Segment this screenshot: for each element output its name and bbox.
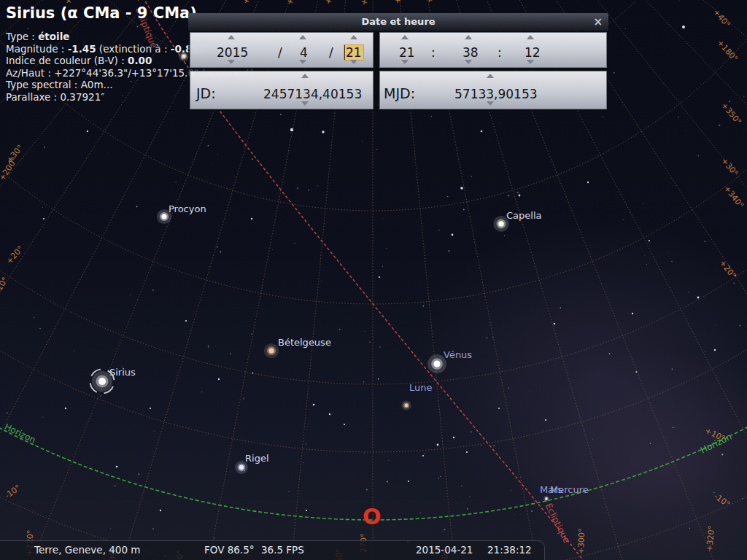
spin-up-second-button[interactable] [527, 35, 534, 39]
object-capella[interactable] [493, 216, 508, 231]
star [321, 281, 322, 282]
star[interactable] [322, 131, 324, 133]
star[interactable] [329, 413, 330, 415]
star[interactable] [437, 444, 439, 446]
star [208, 145, 209, 147]
star [697, 155, 699, 157]
star[interactable] [682, 26, 685, 28]
star[interactable] [150, 408, 151, 409]
star[interactable] [43, 218, 44, 219]
star [214, 538, 214, 539]
object-betelgeuse[interactable] [264, 343, 279, 358]
star [243, 398, 244, 400]
star [108, 152, 109, 153]
star [363, 381, 364, 382]
star[interactable] [344, 424, 345, 425]
star[interactable] [160, 510, 161, 511]
star[interactable] [453, 437, 454, 438]
close-icon[interactable]: × [593, 15, 603, 28]
date-separator: / [329, 45, 333, 60]
star[interactable] [185, 320, 187, 322]
star[interactable] [452, 234, 454, 236]
date-separator: / [278, 45, 282, 60]
object-lune[interactable] [401, 400, 411, 410]
star[interactable] [466, 451, 468, 453]
star [138, 473, 139, 475]
star [603, 116, 603, 117]
star [297, 187, 298, 189]
star[interactable] [498, 408, 500, 409]
spin-up-jd-button[interactable] [301, 74, 309, 78]
star [152, 528, 154, 529]
star[interactable] [313, 404, 315, 406]
star [504, 236, 505, 236]
month-field[interactable]: 4 [300, 45, 308, 60]
star [721, 454, 723, 455]
star[interactable] [554, 323, 555, 324]
star[interactable] [408, 481, 409, 482]
star[interactable] [422, 455, 424, 456]
spin-down-hour-button[interactable] [401, 60, 409, 64]
mjd-value[interactable]: 57133,90153 [454, 87, 538, 101]
spin-down-day-button[interactable] [350, 60, 357, 64]
spin-down-second-button[interactable] [527, 60, 534, 64]
spin-down-month-button[interactable] [299, 60, 306, 64]
star[interactable] [65, 408, 66, 409]
star [626, 382, 627, 383]
object-rigel[interactable] [235, 461, 248, 474]
second-field[interactable]: 12 [525, 45, 541, 60]
star[interactable] [649, 240, 650, 241]
star [587, 507, 587, 508]
object-mars[interactable] [543, 496, 549, 502]
star [115, 486, 115, 486]
star [560, 307, 561, 308]
star [252, 373, 253, 374]
spin-up-minute-button[interactable] [465, 35, 472, 39]
star [469, 497, 470, 497]
dialog-titlebar[interactable]: Date et heure × [188, 13, 608, 31]
spin-down-year-button[interactable] [228, 60, 235, 64]
object-procyon[interactable] [157, 209, 171, 224]
minute-field[interactable]: 38 [462, 45, 479, 60]
star[interactable] [714, 349, 716, 351]
star[interactable] [481, 131, 483, 133]
star[interactable] [519, 195, 521, 197]
star[interactable] [290, 128, 293, 131]
spin-up-hour-button[interactable] [401, 35, 409, 39]
star [212, 164, 213, 165]
spin-up-month-button[interactable] [299, 35, 306, 39]
star [671, 261, 672, 262]
hour-field[interactable]: 21 [399, 45, 415, 60]
object-sirius[interactable] [92, 371, 112, 392]
jd-value[interactable]: 2457134,40153 [263, 87, 362, 101]
year-field[interactable]: 2015 [217, 45, 248, 60]
star [592, 439, 593, 440]
star[interactable] [587, 182, 589, 183]
object-venus[interactable] [427, 354, 446, 373]
star [42, 416, 44, 418]
star[interactable] [251, 218, 252, 219]
star[interactable] [460, 187, 463, 190]
spin-down-jd-button[interactable] [301, 101, 309, 106]
star[interactable] [632, 313, 633, 314]
spin-down-minute-button[interactable] [465, 60, 472, 64]
star[interactable] [87, 131, 88, 132]
star [678, 117, 679, 118]
star[interactable] [218, 378, 220, 380]
star [42, 207, 43, 208]
star [285, 182, 286, 183]
spin-up-year-button[interactable] [228, 35, 235, 39]
star [387, 481, 388, 482]
star[interactable] [116, 466, 118, 468]
star [25, 190, 26, 191]
spin-up-mjd-button[interactable] [487, 74, 494, 78]
spin-down-mjd-button[interactable] [487, 101, 494, 106]
star[interactable] [697, 297, 700, 299]
spin-up-day-button[interactable] [350, 35, 357, 39]
star[interactable] [545, 419, 546, 421]
star [447, 196, 448, 197]
star[interactable] [379, 276, 380, 278]
day-field[interactable]: 21 [344, 45, 363, 60]
star[interactable] [306, 510, 307, 511]
jd-panel: JD: 2457134,40153 [190, 71, 374, 109]
